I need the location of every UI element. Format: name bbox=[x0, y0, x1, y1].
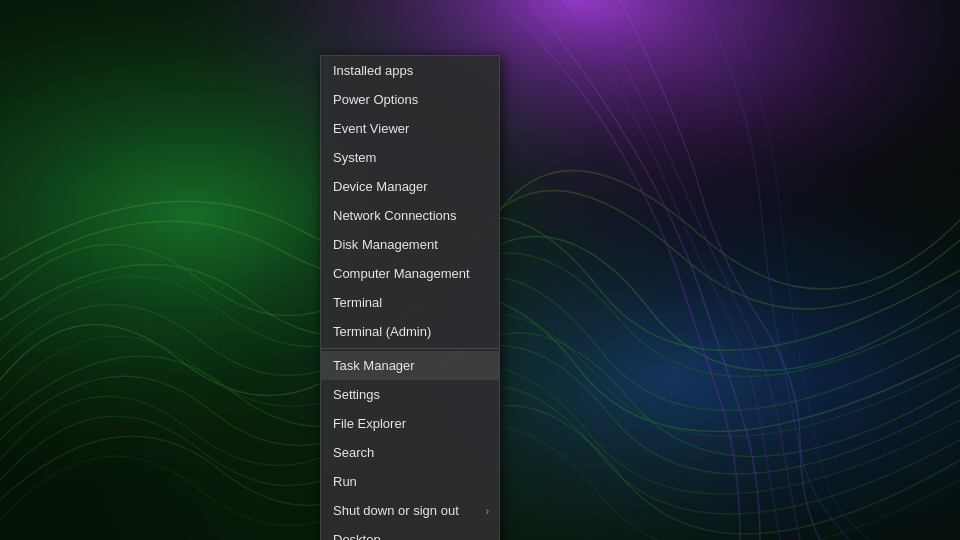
menu-item-power-options[interactable]: Power Options bbox=[321, 85, 499, 114]
menu-item-search[interactable]: Search bbox=[321, 438, 499, 467]
menu-item-disk-management[interactable]: Disk Management bbox=[321, 230, 499, 259]
menu-item-desktop[interactable]: Desktop bbox=[321, 525, 499, 540]
menu-item-terminal-admin[interactable]: Terminal (Admin) bbox=[321, 317, 499, 346]
menu-item-device-manager[interactable]: Device Manager bbox=[321, 172, 499, 201]
menu-item-task-manager[interactable]: Task Manager bbox=[321, 351, 499, 380]
menu-item-file-explorer[interactable]: File Explorer bbox=[321, 409, 499, 438]
menu-item-terminal[interactable]: Terminal bbox=[321, 288, 499, 317]
context-menu: Installed appsPower OptionsEvent ViewerS… bbox=[320, 55, 500, 540]
menu-separator bbox=[321, 348, 499, 349]
menu-item-installed-apps[interactable]: Installed apps bbox=[321, 56, 499, 85]
menu-item-run[interactable]: Run bbox=[321, 467, 499, 496]
menu-item-event-viewer[interactable]: Event Viewer bbox=[321, 114, 499, 143]
menu-item-shut-down-sign-out[interactable]: Shut down or sign out› bbox=[321, 496, 499, 525]
menu-item-system[interactable]: System bbox=[321, 143, 499, 172]
menu-item-computer-management[interactable]: Computer Management bbox=[321, 259, 499, 288]
menu-item-network-connections[interactable]: Network Connections bbox=[321, 201, 499, 230]
submenu-arrow-icon: › bbox=[486, 505, 489, 516]
menu-item-settings[interactable]: Settings bbox=[321, 380, 499, 409]
